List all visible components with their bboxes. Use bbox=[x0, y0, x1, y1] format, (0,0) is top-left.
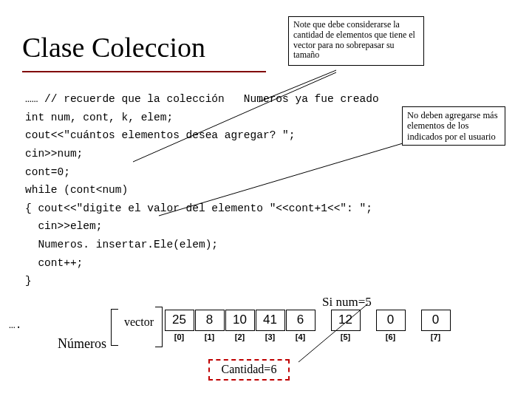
array-val: 25 bbox=[165, 310, 194, 331]
bracket-left bbox=[111, 309, 118, 346]
vector-label: vector bbox=[124, 316, 154, 329]
note-right: No deben agregarse más elementos de los … bbox=[402, 106, 505, 146]
array-idx: [6] bbox=[375, 332, 406, 341]
array-cell: 25[0] bbox=[164, 310, 194, 341]
array-cell: 0[6] bbox=[375, 310, 406, 341]
bracket-right bbox=[155, 307, 163, 347]
array-idx: [5] bbox=[330, 332, 361, 341]
code-block: …… // recuerde que la colección Numeros … bbox=[25, 90, 379, 290]
array-cell: 12[5] bbox=[330, 310, 361, 341]
code-line-1a: …… // recuerde que la colección bbox=[25, 93, 225, 105]
array-idx: [7] bbox=[420, 332, 451, 341]
array-idx: [2] bbox=[225, 332, 255, 341]
slide-title: Clase Coleccion bbox=[22, 27, 266, 71]
array-val: 8 bbox=[195, 310, 225, 331]
array-idx: [3] bbox=[255, 332, 285, 341]
code-line-8: cin>>elem; bbox=[25, 220, 102, 232]
array-val: 10 bbox=[225, 310, 255, 331]
cantidad-box: Cantidad=6 bbox=[208, 359, 290, 381]
code-line-10: cont++; bbox=[25, 257, 83, 269]
array-idx: [0] bbox=[164, 332, 194, 341]
array-val: 12 bbox=[331, 310, 361, 331]
array-cell: 0[7] bbox=[420, 310, 451, 341]
code-line-4: cin>>num; bbox=[25, 148, 83, 160]
code-line-7: { cout<<"digite el valor del elemento "<… bbox=[25, 202, 372, 214]
array-idx: [4] bbox=[285, 332, 316, 341]
array-cell: 10[2] bbox=[225, 310, 255, 341]
array-val: 0 bbox=[376, 310, 406, 331]
array-val: 6 bbox=[286, 310, 316, 331]
code-line-1b: Numeros ya fue creado bbox=[225, 93, 379, 105]
array-visual: 25[0] 8[1] 10[2] 41[3] 6[4] 12[5] 0[6] 0… bbox=[164, 310, 451, 341]
array-cell: 8[1] bbox=[194, 310, 225, 341]
note-top: Note que debe considerarse la cantidad d… bbox=[288, 16, 424, 66]
code-line-6: while (cont<num) bbox=[25, 184, 128, 196]
code-line-3: cout<<"cuántos elementos desea agregar? … bbox=[25, 129, 295, 141]
title-container: Clase Coleccion bbox=[22, 27, 266, 72]
array-val: 41 bbox=[256, 310, 285, 331]
array-idx: [1] bbox=[194, 332, 225, 341]
array-cell: 41[3] bbox=[255, 310, 285, 341]
code-line-9: Numeros. insertar.Ele(elem); bbox=[25, 239, 218, 250]
numeros-label: Números bbox=[58, 336, 106, 352]
array-cell: 6[4] bbox=[285, 310, 316, 341]
code-line-2: int num, cont, k, elem; bbox=[25, 112, 173, 123]
code-line-11: } bbox=[25, 275, 32, 287]
sinum-label: Si num=5 bbox=[322, 295, 372, 310]
code-ellipsis: …. bbox=[9, 319, 21, 331]
code-line-5: cont=0; bbox=[25, 166, 70, 178]
array-val: 0 bbox=[421, 310, 451, 331]
